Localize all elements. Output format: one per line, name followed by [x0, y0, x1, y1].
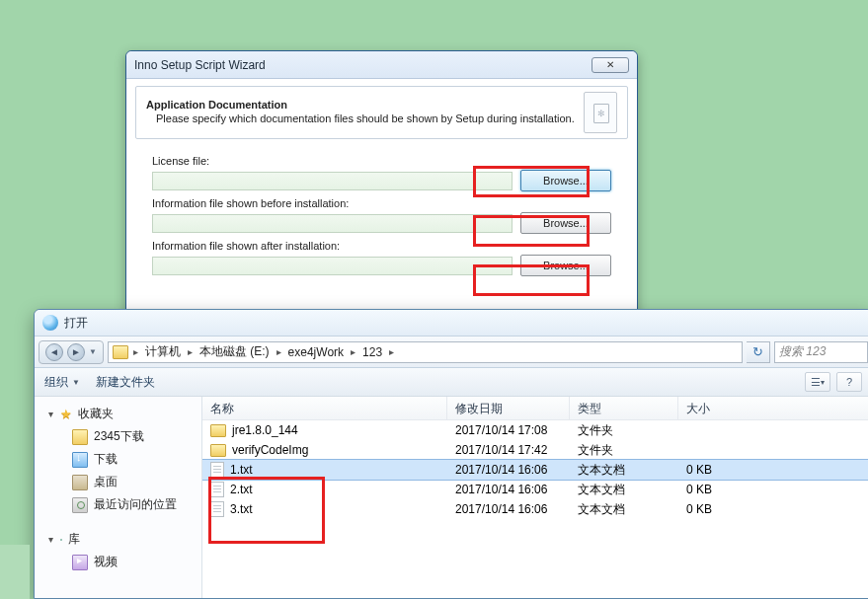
browse-license-button[interactable]: Browse... [520, 170, 611, 191]
sidebar-nav: ▾ ★ 收藏夹 2345下载 下载 桌面 最近访问的位置 ▾ 库 视频 [35, 397, 202, 598]
file-row[interactable]: 3.txt2017/10/14 16:06文本文档0 KB [202, 499, 868, 519]
downloads-icon [72, 452, 88, 468]
nav-back-button[interactable]: ◄ [43, 342, 65, 362]
file-size: 0 KB [678, 483, 868, 496]
folder-row[interactable]: verifyCodeImg2017/10/14 17:42文件夹 [202, 440, 868, 460]
organize-menu[interactable]: 组织 ▼ [44, 374, 80, 391]
column-header-name[interactable]: 名称 [202, 397, 447, 419]
search-input[interactable]: 搜索 123 [774, 341, 868, 363]
document-icon: ✻ [584, 92, 617, 133]
browse-info-after-button[interactable]: Browse... [520, 255, 611, 276]
breadcrumb-segment[interactable]: 计算机 [140, 342, 186, 362]
folder-row[interactable]: jre1.8.0_1442017/10/14 17:08文件夹 [202, 420, 868, 440]
file-name: verifyCodeImg [232, 443, 308, 457]
recent-icon [72, 497, 88, 513]
sidebar-favorites-group[interactable]: ▾ ★ 收藏夹 [39, 403, 197, 425]
breadcrumb-segment[interactable]: exe4jWork [283, 342, 349, 362]
sidebar-item-2345[interactable]: 2345下载 [39, 425, 197, 448]
text-file-icon [210, 462, 224, 478]
search-placeholder: 搜索 123 [779, 343, 826, 360]
open-dialog-title: 打开 [64, 315, 88, 332]
desktop-icon [72, 475, 88, 490]
file-date: 2017/10/14 16:06 [447, 483, 570, 496]
help-button[interactable]: ? [836, 372, 862, 392]
wizard-title: Inno Setup Script Wizard [134, 58, 592, 72]
breadcrumb-segment[interactable]: 本地磁盘 (E:) [195, 342, 275, 362]
star-icon: ★ [60, 407, 72, 421]
globe-icon [42, 315, 58, 331]
text-file-icon [210, 501, 224, 517]
info-before-input[interactable] [152, 214, 513, 233]
wizard-titlebar: Inno Setup Script Wizard ✕ [126, 51, 637, 79]
wizard-body: License file: Browse... Information file… [126, 139, 637, 276]
sidebar-item-recent[interactable]: 最近访问的位置 [39, 493, 197, 516]
sidebar-libraries-group[interactable]: ▾ 库 [39, 528, 197, 551]
chevron-down-icon: ▼ [72, 378, 80, 387]
file-date: 2017/10/14 16:06 [447, 463, 570, 477]
wizard-header-desc: Please specify which documentation files… [146, 112, 584, 126]
chevron-down-icon: ▾ [48, 534, 60, 545]
folder-icon [113, 345, 128, 359]
file-name: 3.txt [230, 502, 253, 516]
file-date: 2017/10/14 17:08 [447, 423, 570, 437]
file-name: 2.txt [230, 483, 253, 496]
file-size: 0 KB [678, 463, 868, 477]
file-size: 0 KB [678, 502, 868, 516]
library-icon [60, 539, 62, 541]
close-icon: ✕ [606, 59, 614, 70]
file-type: 文本文档 [570, 501, 678, 518]
file-date: 2017/10/14 17:42 [447, 443, 570, 457]
chevron-down-icon: ▾ [48, 409, 60, 419]
sidebar-item-downloads[interactable]: 下载 [39, 448, 197, 471]
sidebar-item-desktop[interactable]: 桌面 [39, 471, 197, 493]
file-type: 文本文档 [570, 462, 678, 479]
open-dialog-titlebar: 打开 [35, 310, 868, 337]
inno-wizard-window: Inno Setup Script Wizard ✕ Application D… [125, 50, 638, 316]
close-button[interactable]: ✕ [592, 57, 629, 73]
file-type: 文件夹 [570, 422, 678, 439]
refresh-button[interactable]: ↻ [747, 341, 770, 363]
folder-icon [72, 429, 88, 445]
browse-info-before-button[interactable]: Browse... [520, 212, 611, 234]
nav-forward-button[interactable]: ► [65, 342, 87, 362]
license-file-label: License file: [152, 155, 611, 167]
info-before-label: Information file shown before installati… [152, 197, 611, 209]
license-file-input[interactable] [152, 172, 513, 190]
view-options-button[interactable]: ☰▾ [805, 372, 830, 392]
column-header-date[interactable]: 修改日期 [447, 397, 570, 419]
video-icon [72, 555, 88, 570]
sidebar-item-video[interactable]: 视频 [39, 551, 197, 573]
column-header-type[interactable]: 类型 [570, 397, 678, 419]
file-type: 文件夹 [570, 442, 678, 459]
wizard-header-title: Application Documentation [146, 99, 584, 111]
folder-icon [210, 444, 226, 457]
file-list-pane: 名称 修改日期 类型 大小 jre1.8.0_1442017/10/14 17:… [202, 397, 868, 598]
file-type: 文本文档 [570, 482, 678, 498]
open-dialog-navbar: ◄ ► ▼ ▸ 计算机 ▸ 本地磁盘 (E:) ▸ exe4jWork ▸ 12… [35, 337, 868, 368]
nav-arrows-group: ◄ ► ▼ [39, 340, 104, 364]
file-name: 1.txt [230, 463, 253, 477]
breadcrumb[interactable]: ▸ 计算机 ▸ 本地磁盘 (E:) ▸ exe4jWork ▸ 123 ▸ [108, 341, 743, 363]
file-row[interactable]: 2.txt2017/10/14 16:06文本文档0 KB [202, 480, 868, 499]
file-row[interactable]: 1.txt2017/10/14 16:06文本文档0 KB [202, 460, 868, 480]
desktop-edge [0, 545, 30, 599]
open-dialog-toolbar: 组织 ▼ 新建文件夹 ☰▾ ? [35, 368, 868, 397]
nav-history-dropdown[interactable]: ▼ [87, 347, 99, 356]
text-file-icon [210, 482, 224, 497]
file-list-header: 名称 修改日期 类型 大小 [202, 397, 868, 420]
breadcrumb-segment[interactable]: 123 [357, 342, 387, 362]
folder-icon [210, 424, 226, 437]
info-after-label: Information file shown after installatio… [152, 240, 611, 252]
file-name: jre1.8.0_144 [232, 423, 298, 437]
file-date: 2017/10/14 16:06 [447, 502, 570, 516]
wizard-header: Application Documentation Please specify… [135, 86, 628, 139]
wizard-header-text: Application Documentation Please specify… [146, 99, 584, 126]
column-header-size[interactable]: 大小 [678, 397, 868, 419]
info-after-input[interactable] [152, 257, 513, 275]
new-folder-button[interactable]: 新建文件夹 [96, 374, 155, 391]
file-open-dialog: 打开 ◄ ► ▼ ▸ 计算机 ▸ 本地磁盘 (E:) ▸ exe4jWork ▸… [34, 309, 868, 599]
